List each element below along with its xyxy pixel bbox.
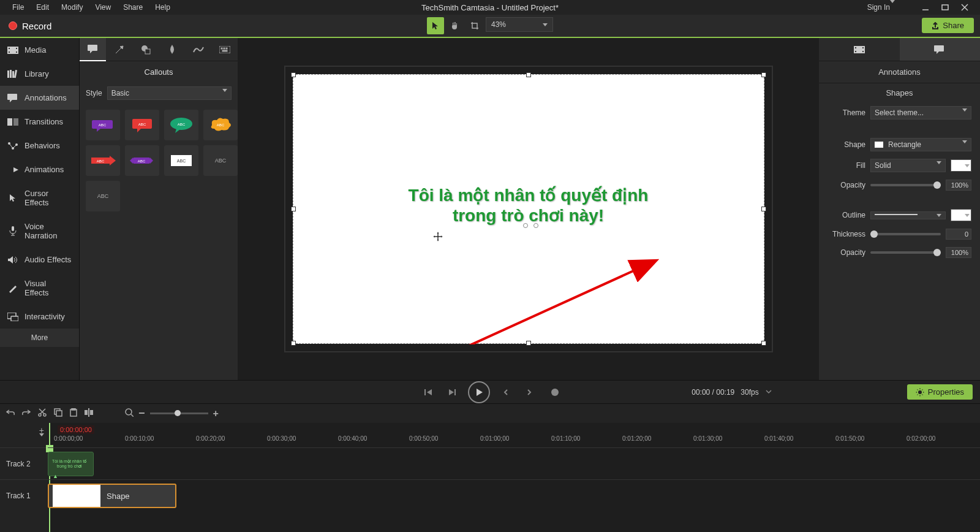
handle-b[interactable] [526,341,531,346]
prev-frame-button[interactable] [421,385,436,400]
fill-color-swatch[interactable] [951,159,971,172]
thickness-slider[interactable] [870,233,941,235]
sidebar-item-behaviors[interactable]: Behaviors [0,134,79,158]
sidebar-item-transitions[interactable]: Transitions [0,110,79,134]
close-icon[interactable] [960,3,969,12]
undo-button[interactable] [6,409,15,418]
handle-tl[interactable] [291,72,296,77]
sidebar-item-interactivity[interactable]: Interactivity [0,305,79,329]
sidebar-item-animations[interactable]: Animations [0,158,79,181]
canvas[interactable]: Tôi là một nhân tố quyết địnhtrong trò c… [293,74,764,344]
props-tab-visual[interactable] [819,38,900,61]
shape-select[interactable]: Rectangle [870,138,971,151]
handle-t[interactable] [526,72,531,77]
callout-thumb-6[interactable]: ABC [125,145,159,176]
menu-edit[interactable]: Edit [30,3,55,12]
opacity-slider[interactable] [870,184,941,186]
menu-file[interactable]: File [6,3,30,12]
callout-thumb-7[interactable]: ABC [164,145,198,176]
canvas-text[interactable]: Tôi là một nhân tố quyết địnhtrong trò c… [293,185,764,226]
zoom-timeline-icon[interactable] [125,408,134,419]
zoom-in-button[interactable]: + [213,408,219,419]
clip-text[interactable]: Tôi là một nhân tốtrong trò chơi [48,452,94,476]
svg-point-56 [43,414,46,416]
props-tab-annotation[interactable] [900,38,981,61]
zoom-out-button[interactable]: − [138,407,145,420]
callout-thumb-2[interactable]: ABC [125,110,159,140]
properties-button[interactable]: Properties [907,384,973,400]
handle-bl[interactable] [291,341,296,346]
track-1-lane[interactable]: Shape [48,479,980,511]
handle-br[interactable] [761,341,766,346]
canvas-area[interactable]: Tôi là một nhân tố quyết địnhtrong trò c… [238,38,819,380]
thickness-value[interactable]: 0 [946,229,971,240]
svg-point-55 [39,414,41,416]
fill-select[interactable]: Solid [870,159,946,172]
gallery-tab-arrow[interactable] [106,38,132,61]
thickness-label: Thickness [827,230,865,238]
pan-tool[interactable] [447,17,464,34]
scrub-dot[interactable] [551,389,559,396]
sidebar-item-voice-narration[interactable]: Voice Narration [0,215,79,248]
outline-select[interactable] [870,211,946,219]
maximize-icon[interactable] [941,3,949,12]
track-1-head[interactable]: Track 1 [0,479,48,511]
callout-thumb-3[interactable]: ABC [164,110,198,140]
copy-button[interactable] [54,408,62,419]
rotation-handle-r[interactable] [533,223,538,228]
zoom-select[interactable]: 43% [486,17,553,32]
callout-thumb-8[interactable]: ABC [203,145,238,176]
menu-help[interactable]: Help [149,3,176,12]
outline-color-swatch[interactable] [951,209,971,221]
theme-select[interactable]: Select theme... [870,106,971,120]
opacity-value[interactable]: 100% [946,180,971,191]
sidebar-item-audio-effects[interactable]: Audio Effects [0,248,79,272]
svg-rect-29 [222,50,227,51]
play-button[interactable] [468,381,490,403]
opacity2-slider[interactable] [870,251,941,254]
paste-button[interactable] [70,408,77,419]
share-button[interactable]: Share [922,18,974,33]
style-select[interactable]: Basic [107,86,232,100]
track-2-head[interactable]: Track 2 [0,447,48,479]
svg-rect-11 [12,71,14,78]
prev-marker-button[interactable] [499,385,513,400]
clip-shape[interactable]: Shape [48,484,176,508]
menu-share[interactable]: Share [117,3,149,12]
gallery-tab-callout[interactable] [80,38,106,61]
signin-button[interactable]: Sign In [867,3,895,12]
callout-thumb-1[interactable]: ABC [86,110,120,140]
sidebar-item-library[interactable]: Library [0,62,79,86]
crop-tool[interactable] [466,17,483,34]
menu-view[interactable]: View [89,3,117,12]
sidebar-item-visual-effects[interactable]: Visual Effects [0,272,79,305]
track-2-lane[interactable]: Tôi là một nhân tốtrong trò chơi ▲ [48,447,980,479]
rotation-handle-l[interactable] [523,223,528,228]
gallery-tab-blur[interactable] [159,38,185,61]
sidebar-item-annotations[interactable]: Annotations [0,86,79,110]
callout-thumb-9[interactable]: ABC [86,181,120,211]
record-button[interactable]: Record [0,21,60,31]
redo-button[interactable] [22,409,31,418]
chevron-down-icon[interactable] [766,389,772,395]
callout-thumb-5[interactable]: ABC [86,145,120,176]
minimize-icon[interactable] [921,3,930,12]
select-tool[interactable] [427,17,444,34]
cut-button[interactable] [38,408,47,419]
sidebar-item-media[interactable]: Media [0,38,79,62]
sidebar-more[interactable]: More [0,329,79,347]
sidebar-item-cursor-effects[interactable]: Cursor Effects [0,181,79,215]
gallery-tab-shape[interactable] [132,38,159,61]
next-marker-button[interactable] [522,385,537,400]
timeline-zoom-slider[interactable] [150,412,208,414]
menu-modify[interactable]: Modify [55,3,89,12]
gallery-tab-sketch[interactable] [185,38,211,61]
track-menu-button[interactable] [39,436,44,446]
callout-thumb-4[interactable]: ABC [203,110,238,140]
step-forward-button[interactable] [445,385,459,400]
gallery-tab-keystroke[interactable] [211,38,238,61]
split-button[interactable] [85,408,93,419]
timeline-ruler[interactable]: 0:00:00;00 0:00:00;000:00:10;000:00:20;0… [48,423,980,447]
opacity2-value[interactable]: 100% [946,247,971,258]
handle-tr[interactable] [761,72,766,77]
